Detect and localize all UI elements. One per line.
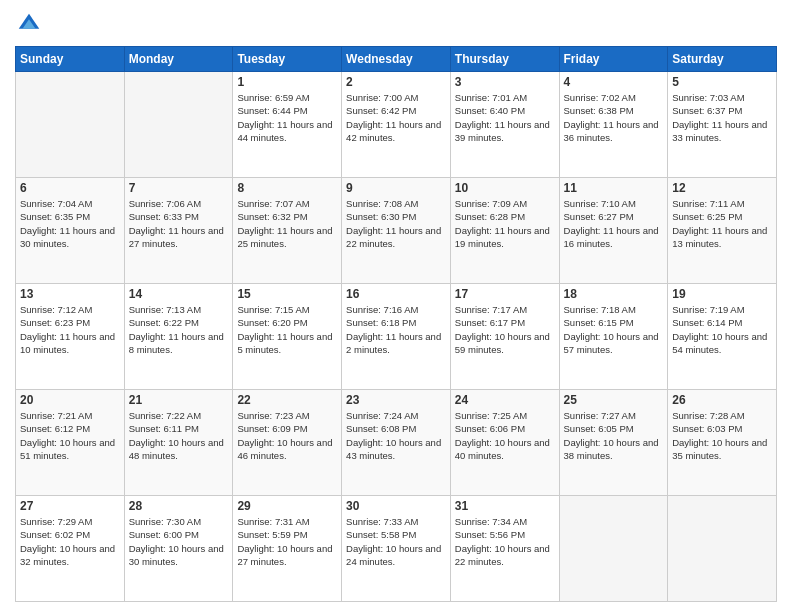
calendar-cell: 9Sunrise: 7:08 AMSunset: 6:30 PMDaylight… [342,178,451,284]
day-info: Sunrise: 7:29 AMSunset: 6:02 PMDaylight:… [20,515,120,568]
calendar-cell: 5Sunrise: 7:03 AMSunset: 6:37 PMDaylight… [668,72,777,178]
weekday-header-wednesday: Wednesday [342,47,451,72]
day-info: Sunrise: 7:21 AMSunset: 6:12 PMDaylight:… [20,409,120,462]
header [15,10,777,38]
day-number: 9 [346,181,446,195]
day-number: 25 [564,393,664,407]
day-number: 6 [20,181,120,195]
day-info: Sunrise: 7:17 AMSunset: 6:17 PMDaylight:… [455,303,555,356]
calendar-cell: 29Sunrise: 7:31 AMSunset: 5:59 PMDayligh… [233,496,342,602]
day-info: Sunrise: 7:23 AMSunset: 6:09 PMDaylight:… [237,409,337,462]
day-info: Sunrise: 7:25 AMSunset: 6:06 PMDaylight:… [455,409,555,462]
day-number: 21 [129,393,229,407]
day-number: 19 [672,287,772,301]
calendar-cell [124,72,233,178]
calendar-cell: 25Sunrise: 7:27 AMSunset: 6:05 PMDayligh… [559,390,668,496]
calendar-week-1: 1Sunrise: 6:59 AMSunset: 6:44 PMDaylight… [16,72,777,178]
day-info: Sunrise: 7:34 AMSunset: 5:56 PMDaylight:… [455,515,555,568]
day-number: 30 [346,499,446,513]
calendar-cell: 2Sunrise: 7:00 AMSunset: 6:42 PMDaylight… [342,72,451,178]
calendar-cell: 28Sunrise: 7:30 AMSunset: 6:00 PMDayligh… [124,496,233,602]
calendar-cell: 18Sunrise: 7:18 AMSunset: 6:15 PMDayligh… [559,284,668,390]
calendar-cell: 16Sunrise: 7:16 AMSunset: 6:18 PMDayligh… [342,284,451,390]
day-number: 29 [237,499,337,513]
calendar-cell: 30Sunrise: 7:33 AMSunset: 5:58 PMDayligh… [342,496,451,602]
day-info: Sunrise: 7:13 AMSunset: 6:22 PMDaylight:… [129,303,229,356]
day-number: 22 [237,393,337,407]
calendar-cell: 13Sunrise: 7:12 AMSunset: 6:23 PMDayligh… [16,284,125,390]
day-number: 3 [455,75,555,89]
day-number: 5 [672,75,772,89]
calendar-cell: 12Sunrise: 7:11 AMSunset: 6:25 PMDayligh… [668,178,777,284]
day-number: 2 [346,75,446,89]
calendar: SundayMondayTuesdayWednesdayThursdayFrid… [15,46,777,602]
day-number: 31 [455,499,555,513]
day-number: 27 [20,499,120,513]
day-number: 18 [564,287,664,301]
day-info: Sunrise: 7:02 AMSunset: 6:38 PMDaylight:… [564,91,664,144]
day-info: Sunrise: 7:07 AMSunset: 6:32 PMDaylight:… [237,197,337,250]
day-info: Sunrise: 7:03 AMSunset: 6:37 PMDaylight:… [672,91,772,144]
day-info: Sunrise: 7:15 AMSunset: 6:20 PMDaylight:… [237,303,337,356]
day-info: Sunrise: 7:33 AMSunset: 5:58 PMDaylight:… [346,515,446,568]
weekday-header-thursday: Thursday [450,47,559,72]
day-info: Sunrise: 7:18 AMSunset: 6:15 PMDaylight:… [564,303,664,356]
day-number: 26 [672,393,772,407]
day-number: 4 [564,75,664,89]
calendar-week-4: 20Sunrise: 7:21 AMSunset: 6:12 PMDayligh… [16,390,777,496]
day-info: Sunrise: 7:08 AMSunset: 6:30 PMDaylight:… [346,197,446,250]
calendar-cell: 8Sunrise: 7:07 AMSunset: 6:32 PMDaylight… [233,178,342,284]
day-info: Sunrise: 7:01 AMSunset: 6:40 PMDaylight:… [455,91,555,144]
day-info: Sunrise: 7:16 AMSunset: 6:18 PMDaylight:… [346,303,446,356]
day-number: 8 [237,181,337,195]
day-info: Sunrise: 7:31 AMSunset: 5:59 PMDaylight:… [237,515,337,568]
day-number: 23 [346,393,446,407]
logo [15,10,47,38]
calendar-cell: 31Sunrise: 7:34 AMSunset: 5:56 PMDayligh… [450,496,559,602]
calendar-cell: 26Sunrise: 7:28 AMSunset: 6:03 PMDayligh… [668,390,777,496]
day-info: Sunrise: 7:22 AMSunset: 6:11 PMDaylight:… [129,409,229,462]
day-info: Sunrise: 7:12 AMSunset: 6:23 PMDaylight:… [20,303,120,356]
page: SundayMondayTuesdayWednesdayThursdayFrid… [0,0,792,612]
day-number: 15 [237,287,337,301]
day-info: Sunrise: 7:19 AMSunset: 6:14 PMDaylight:… [672,303,772,356]
calendar-cell: 15Sunrise: 7:15 AMSunset: 6:20 PMDayligh… [233,284,342,390]
day-info: Sunrise: 7:11 AMSunset: 6:25 PMDaylight:… [672,197,772,250]
weekday-header-monday: Monday [124,47,233,72]
day-info: Sunrise: 7:30 AMSunset: 6:00 PMDaylight:… [129,515,229,568]
calendar-cell: 23Sunrise: 7:24 AMSunset: 6:08 PMDayligh… [342,390,451,496]
logo-icon [15,10,43,38]
calendar-cell: 14Sunrise: 7:13 AMSunset: 6:22 PMDayligh… [124,284,233,390]
day-number: 24 [455,393,555,407]
calendar-cell [668,496,777,602]
calendar-cell: 3Sunrise: 7:01 AMSunset: 6:40 PMDaylight… [450,72,559,178]
calendar-cell: 22Sunrise: 7:23 AMSunset: 6:09 PMDayligh… [233,390,342,496]
calendar-cell: 6Sunrise: 7:04 AMSunset: 6:35 PMDaylight… [16,178,125,284]
calendar-cell: 27Sunrise: 7:29 AMSunset: 6:02 PMDayligh… [16,496,125,602]
calendar-week-3: 13Sunrise: 7:12 AMSunset: 6:23 PMDayligh… [16,284,777,390]
day-info: Sunrise: 7:09 AMSunset: 6:28 PMDaylight:… [455,197,555,250]
day-number: 11 [564,181,664,195]
day-info: Sunrise: 7:28 AMSunset: 6:03 PMDaylight:… [672,409,772,462]
day-info: Sunrise: 7:27 AMSunset: 6:05 PMDaylight:… [564,409,664,462]
weekday-header: SundayMondayTuesdayWednesdayThursdayFrid… [16,47,777,72]
calendar-cell: 7Sunrise: 7:06 AMSunset: 6:33 PMDaylight… [124,178,233,284]
weekday-header-sunday: Sunday [16,47,125,72]
calendar-cell: 10Sunrise: 7:09 AMSunset: 6:28 PMDayligh… [450,178,559,284]
calendar-week-5: 27Sunrise: 7:29 AMSunset: 6:02 PMDayligh… [16,496,777,602]
calendar-body: 1Sunrise: 6:59 AMSunset: 6:44 PMDaylight… [16,72,777,602]
day-info: Sunrise: 7:06 AMSunset: 6:33 PMDaylight:… [129,197,229,250]
calendar-week-2: 6Sunrise: 7:04 AMSunset: 6:35 PMDaylight… [16,178,777,284]
day-info: Sunrise: 7:04 AMSunset: 6:35 PMDaylight:… [20,197,120,250]
day-number: 28 [129,499,229,513]
calendar-cell: 21Sunrise: 7:22 AMSunset: 6:11 PMDayligh… [124,390,233,496]
calendar-cell: 17Sunrise: 7:17 AMSunset: 6:17 PMDayligh… [450,284,559,390]
weekday-header-friday: Friday [559,47,668,72]
day-number: 10 [455,181,555,195]
calendar-cell: 19Sunrise: 7:19 AMSunset: 6:14 PMDayligh… [668,284,777,390]
day-number: 1 [237,75,337,89]
calendar-cell [16,72,125,178]
day-number: 17 [455,287,555,301]
day-number: 16 [346,287,446,301]
day-info: Sunrise: 7:24 AMSunset: 6:08 PMDaylight:… [346,409,446,462]
